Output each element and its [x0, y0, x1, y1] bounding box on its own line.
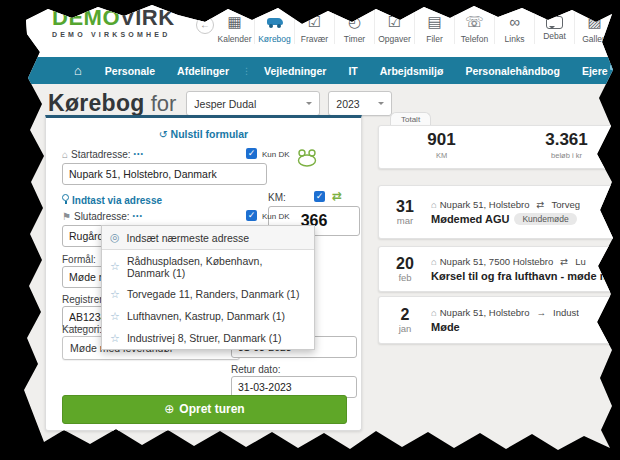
star-icon: ☆ — [110, 310, 120, 323]
logo-text-green: DEMO — [52, 5, 120, 30]
page-title: Kørebog — [48, 90, 145, 117]
swap-arrows-icon: ⇄ — [560, 256, 568, 267]
toolbar-item-fravar[interactable]: ☑ Fravær — [295, 10, 335, 44]
link-icon: ∞ — [497, 10, 532, 32]
home-icon: ⌂ — [431, 307, 437, 318]
nav-divider-icon: ⋮ — [240, 66, 253, 76]
trip-title: Kørsel til og fra lufthavn - møde m — [431, 270, 609, 282]
swap-arrows-icon: ⇄ — [537, 199, 545, 210]
logo-text-dark: VIRK — [120, 5, 175, 30]
trip-date: 20feb — [379, 255, 431, 283]
trip-row[interactable]: 31mar ⌂Nupark 51, Holstebro⇄Torveg Mødem… — [378, 185, 620, 239]
toolbar-item-links[interactable]: ∞ Links — [495, 10, 535, 44]
chevron-down-icon — [306, 102, 312, 108]
collapse-arrow-button[interactable]: ← — [196, 16, 214, 34]
kørebog-page: DEMOVIRK DEMO VIRKSOMHED ← ▦ Kalender Kø… — [0, 0, 620, 460]
map-pin-icon — [62, 194, 69, 204]
trip-date: 2jan — [379, 306, 431, 334]
nav-item-afdelinger[interactable]: Afdelinger — [166, 65, 240, 77]
kun-dk-checkbox-end[interactable]: ✓ — [246, 210, 257, 221]
end-address-label: ⚑Slutadresse:••• — [62, 211, 143, 222]
insert-nearest-address-option[interactable]: ◎Indsæt nærmeste adresse — [102, 226, 314, 250]
trip-row[interactable]: 2jan ⌂Nupark 51, Holstebro→Indust Møde — [378, 296, 620, 344]
trip-row[interactable]: 20feb ⌂Nupark 51, 7500 Holstebro⇄Lu Kørs… — [378, 246, 620, 292]
totals-tab: Totalt — [390, 112, 431, 126]
trip-route: ⌂Nupark 51, Holstebro→Indust — [431, 307, 579, 318]
star-icon: ☆ — [110, 260, 120, 273]
phone-icon: ☏ — [457, 10, 492, 32]
category-label: Kategori: — [62, 324, 102, 335]
kun-dk-label: Kun DK — [262, 212, 290, 221]
logo-subtitle: DEMO VIRKSOMHED — [52, 31, 175, 38]
purpose-label: Formål: — [62, 254, 96, 265]
toolbar-item-timer[interactable]: ◴ Timer — [335, 10, 375, 44]
total-amount-stat: 3.361 beløb i kr — [504, 126, 620, 168]
target-icon: ◎ — [110, 231, 120, 244]
toolbar-item-telefon[interactable]: ☏ Telefon — [455, 10, 495, 44]
company-logo[interactable]: DEMOVIRK DEMO VIRKSOMHED — [52, 6, 175, 38]
address-option[interactable]: ☆Rådhuspladsen, København, Danmark (1) — [102, 250, 314, 283]
lock-icon — [610, 65, 616, 70]
toolbar-item-debat[interactable]: Debat — [535, 10, 575, 44]
nav-item-personale[interactable]: Personale — [94, 65, 166, 77]
address-option[interactable]: ☆Industrivej 8, Struer, Danmark (1) — [102, 327, 314, 349]
title-row: Kørebog for Jesper Dudal 2023 — [48, 90, 392, 117]
start-address-label: ⌂Startadresse:••• — [62, 149, 144, 160]
clock-icon: ◴ — [337, 10, 372, 32]
kun-dk-checkbox-start[interactable]: ✓ — [246, 148, 257, 159]
total-km-stat: 901 KM — [379, 126, 504, 168]
km-checkbox[interactable]: ✓ — [314, 191, 325, 202]
chevron-down-icon — [378, 102, 384, 108]
home-icon: ⌂ — [62, 149, 68, 160]
category-badge: Kundemøde — [514, 213, 576, 225]
files-icon: ▤ — [417, 10, 452, 32]
main-navbar: ⌂ Personale Afdelinger ⋮ Vejledninger IT… — [0, 57, 620, 84]
tasks-icon: ☑ — [377, 10, 412, 32]
swap-arrows-icon[interactable]: ⇄ — [332, 189, 342, 203]
enter-via-address-link[interactable]: Indtast via adresse — [62, 194, 162, 206]
address-option[interactable]: ☆Torvegade 11, Randers, Danmark (1) — [102, 283, 314, 305]
toolbar-item-filer[interactable]: ▤ Filer — [415, 10, 455, 44]
more-options-dots[interactable]: ••• — [133, 212, 143, 219]
page-title-suffix: for — [151, 91, 177, 117]
star-icon: ☆ — [110, 332, 120, 345]
nav-item-it[interactable]: IT — [337, 65, 368, 77]
home-icon: ⌂ — [431, 256, 437, 267]
finish-flag-icon: ⚑ — [62, 211, 71, 222]
nav-item-personalehandbog[interactable]: Personalehåndbog — [454, 65, 571, 77]
nav-item-ejere[interactable]: Ejere — [571, 65, 620, 77]
kun-dk-label: Kun DK — [262, 150, 290, 159]
toolbar-item-galleri[interactable]: ▨ Galleri — [575, 10, 615, 44]
toolbar-item-kalender[interactable]: ▦ Kalender — [215, 10, 255, 44]
more-options-dots[interactable]: ••• — [134, 150, 144, 157]
frog-icon[interactable] — [296, 148, 318, 168]
home-icon[interactable]: ⌂ — [62, 63, 94, 78]
gallery-icon: ▨ — [577, 10, 612, 32]
speech-bubble-icon — [546, 16, 563, 29]
address-option[interactable]: ☆Lufthavnen, Kastrup, Danmark (1) — [102, 305, 314, 327]
trip-route: ⌂Nupark 51, 7500 Holstebro⇄Lu — [431, 256, 609, 267]
home-icon: ⌂ — [431, 199, 437, 210]
trip-form-card: ↺Nulstil formular ⌂Startadresse:••• ✓ Ku… — [45, 115, 362, 431]
trip-date: 31mar — [379, 198, 431, 226]
year-select[interactable]: 2023 — [328, 91, 392, 116]
return-date-label: Retur dato: — [231, 364, 280, 375]
toolbar-item-opgaver[interactable]: ☑ Opgaver — [375, 10, 415, 44]
trip-title: Møde — [431, 321, 579, 333]
nav-item-arbejdsmiljo[interactable]: Arbejdsmiljø — [369, 65, 455, 77]
toolbar-item-frokost[interactable]: Ψ Frokost — [615, 10, 620, 44]
toolbar-item-korebog[interactable]: Kørebog — [255, 10, 295, 44]
absence-check-icon: ☑ — [297, 10, 332, 32]
app-header: DEMOVIRK DEMO VIRKSOMHED ← ▦ Kalender Kø… — [0, 0, 620, 57]
star-icon: ☆ — [110, 288, 120, 301]
start-address-input[interactable] — [62, 163, 267, 185]
trip-title: Mødemed AGUKundemøde — [431, 213, 580, 225]
create-trip-button[interactable]: ⊕Opret turen — [62, 395, 347, 424]
trip-route: ⌂Nupark 51, Holstebro⇄Torveg — [431, 199, 580, 210]
nav-item-vejledninger[interactable]: Vejledninger — [253, 65, 337, 77]
calendar-icon: ▦ — [217, 10, 252, 32]
car-icon — [266, 10, 284, 32]
reset-form-link[interactable]: ↺Nulstil formular — [46, 128, 361, 140]
totals-card: 901 KM 3.361 beløb i kr — [378, 125, 620, 169]
person-select[interactable]: Jesper Dudal — [186, 91, 320, 116]
